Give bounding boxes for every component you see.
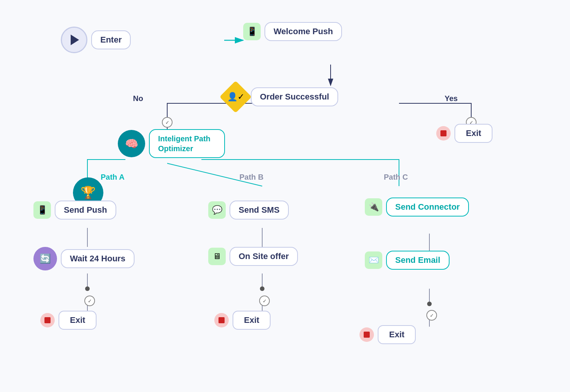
ipo-circle: 🧠 bbox=[118, 130, 145, 157]
yes-label: Yes bbox=[445, 94, 458, 103]
on-site-box[interactable]: On Site offer bbox=[230, 247, 298, 266]
enter-box[interactable]: Enter bbox=[91, 30, 131, 49]
exit-path-b-node[interactable]: Exit bbox=[214, 311, 271, 330]
wait-24-node[interactable]: 🔄 Wait 24 Hours bbox=[33, 247, 135, 270]
condition-diamond: 👤✓ bbox=[220, 81, 252, 113]
email-icon: ✉️ bbox=[365, 251, 382, 269]
send-push-icon: 📱 bbox=[33, 201, 51, 219]
no-label: No bbox=[133, 94, 143, 103]
send-email-node[interactable]: ✉️ Send Email bbox=[365, 251, 450, 270]
path-c-chevron: ✓ bbox=[426, 310, 437, 321]
order-successful-label: Order Successful bbox=[260, 92, 329, 102]
send-email-label: Send Email bbox=[395, 255, 440, 265]
path-a-chevron: ✓ bbox=[84, 296, 95, 306]
path-b-label: Path B bbox=[239, 173, 263, 182]
svg-point-17 bbox=[427, 302, 432, 306]
send-connector-box[interactable]: Send Connector bbox=[386, 198, 469, 217]
exit-a-box[interactable]: Exit bbox=[59, 311, 97, 330]
enter-label: Enter bbox=[100, 35, 122, 45]
exit-a-icon bbox=[40, 313, 55, 327]
exit-path-a-node[interactable]: Exit bbox=[40, 311, 97, 330]
condition-icon: 👤✓ bbox=[227, 92, 244, 102]
exit-c-box[interactable]: Exit bbox=[378, 325, 416, 344]
play-button[interactable] bbox=[61, 27, 87, 53]
connector-icon: 🔌 bbox=[365, 198, 382, 216]
svg-point-15 bbox=[85, 286, 90, 291]
push-icon-box: 📱 bbox=[243, 23, 261, 40]
path-b-chevron: ✓ bbox=[259, 296, 270, 306]
enter-node[interactable]: Enter bbox=[61, 27, 131, 53]
exit-b-label: Exit bbox=[244, 315, 259, 325]
send-push-node[interactable]: 📱 Send Push bbox=[33, 201, 116, 220]
path-c-label: Path C bbox=[384, 173, 408, 182]
exit-b-icon bbox=[214, 313, 229, 327]
play-icon bbox=[71, 35, 79, 45]
ipo-box[interactable]: Inteligent PathOptimizer bbox=[149, 129, 225, 158]
exit-yes-box[interactable]: Exit bbox=[454, 124, 492, 143]
welcome-push-box[interactable]: Welcome Push bbox=[264, 22, 342, 41]
exit-path-c-node[interactable]: Exit bbox=[359, 325, 416, 344]
exit-c-label: Exit bbox=[389, 330, 404, 340]
no-chevron: ✓ bbox=[162, 117, 173, 128]
path-a-label: Path A bbox=[101, 173, 125, 182]
send-push-box[interactable]: Send Push bbox=[55, 201, 116, 220]
on-site-label: On Site offer bbox=[239, 251, 289, 261]
ipo-node[interactable]: 🧠 Inteligent PathOptimizer bbox=[118, 129, 225, 158]
exit-yes-label: Exit bbox=[466, 128, 481, 138]
order-successful-node[interactable]: 👤✓ Order Successful bbox=[224, 85, 338, 108]
welcome-push-node[interactable]: 📱 Welcome Push bbox=[243, 22, 342, 41]
exit-c-icon bbox=[359, 327, 374, 342]
send-sms-box[interactable]: Send SMS bbox=[230, 201, 289, 220]
send-email-box[interactable]: Send Email bbox=[386, 251, 450, 270]
wait-icon: 🔄 bbox=[33, 247, 57, 270]
order-successful-box[interactable]: Order Successful bbox=[251, 87, 338, 106]
exit-a-label: Exit bbox=[70, 315, 85, 325]
wait-24-box[interactable]: Wait 24 Hours bbox=[61, 249, 135, 268]
send-push-label: Send Push bbox=[64, 205, 107, 215]
on-site-offer-node[interactable]: 🖥 On Site offer bbox=[208, 247, 298, 266]
send-sms-label: Send SMS bbox=[239, 205, 280, 215]
welcome-push-label: Welcome Push bbox=[274, 27, 333, 36]
svg-point-16 bbox=[260, 286, 264, 291]
ipo-label: Inteligent PathOptimizer bbox=[158, 134, 211, 153]
exit-yes-icon bbox=[436, 126, 451, 141]
on-site-icon: 🖥 bbox=[208, 248, 226, 265]
send-sms-node[interactable]: 💬 Send SMS bbox=[208, 201, 289, 220]
send-connector-label: Send Connector bbox=[395, 202, 460, 212]
workflow-canvas: Enter 📱 Welcome Push 👤✓ Order Successful… bbox=[0, 0, 570, 392]
exit-yes-node[interactable]: Exit bbox=[436, 124, 492, 143]
send-connector-node[interactable]: 🔌 Send Connector bbox=[365, 198, 469, 217]
wait-24-label: Wait 24 Hours bbox=[70, 254, 125, 264]
exit-b-box[interactable]: Exit bbox=[233, 311, 271, 330]
send-sms-icon: 💬 bbox=[208, 201, 226, 219]
